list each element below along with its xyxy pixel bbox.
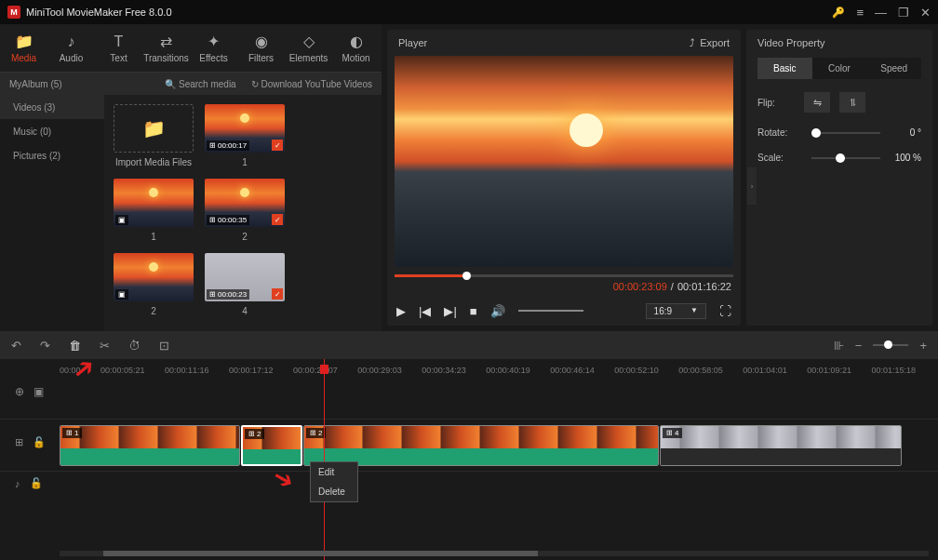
zoom-slider[interactable] [873, 344, 908, 346]
proptab-color[interactable]: Color [812, 58, 867, 79]
ctx-edit[interactable]: Edit [311, 462, 357, 482]
main-area: 📁Media ♪Audio TText ⇄Transitions ✦Effect… [0, 24, 938, 331]
video-track: ⊞🔓 ⊞ 1 ⊞ 2 ⊞ 2 ⊞ 4 [0, 419, 938, 471]
media-body: Videos (3) Music (0) Pictures (2) 📁 Impo… [0, 95, 382, 331]
scale-slider[interactable] [811, 157, 880, 159]
player-title: Player [398, 37, 427, 48]
volume-icon[interactable]: 🔊 [490, 304, 505, 318]
playhead[interactable] [324, 359, 325, 560]
media-item[interactable]: ⊞ 00:00:23✓4 [205, 253, 285, 316]
menu-icon[interactable]: ≡ [856, 6, 864, 20]
audio-icon: ♪ [68, 33, 75, 50]
maximize-button[interactable]: ❐ [898, 6, 909, 20]
key-icon[interactable]: 🔑 [832, 7, 845, 19]
crop-button[interactable]: ⊡ [159, 339, 169, 353]
tab-audio[interactable]: ♪Audio [47, 24, 95, 72]
elements-icon: ◇ [303, 33, 315, 50]
timeline-clip[interactable]: ⊞ 4 [660, 425, 902, 466]
lock-icon[interactable]: 🔓 [33, 436, 46, 448]
tab-media[interactable]: 📁Media [0, 24, 47, 72]
speed-button[interactable]: ⏱ [128, 339, 141, 353]
filters-icon: ◉ [255, 33, 268, 50]
flip-horizontal-button[interactable]: ⇋ [804, 92, 830, 113]
media-sidebar: Videos (3) Music (0) Pictures (2) [0, 95, 104, 331]
volume-slider[interactable] [518, 310, 583, 312]
check-icon: ✓ [272, 214, 283, 225]
expand-handle[interactable]: › [747, 167, 757, 205]
folder-icon: 📁 [15, 33, 34, 50]
import-media[interactable]: 📁 Import Media Files [114, 104, 194, 167]
fit-button[interactable]: ⊪ [834, 339, 844, 353]
lock-icon[interactable]: 🔓 [30, 477, 43, 489]
effects-icon: ✦ [208, 33, 220, 50]
timeline-ruler[interactable]: 00:0000:00:05:2100:00:11:1600:00:17:1200… [0, 359, 938, 381]
rotate-slider[interactable] [811, 132, 880, 134]
audio-track-icon[interactable]: ♪ [15, 478, 20, 489]
split-button[interactable]: ✂ [100, 339, 110, 353]
rotate-value: 0 ° [888, 127, 921, 138]
sidebar-item-videos[interactable]: Videos (3) [0, 95, 104, 119]
next-button[interactable]: ▶| [444, 304, 456, 318]
video-preview[interactable] [395, 56, 733, 267]
property-panel: Video Property Basic Color Speed Flip: ⇋… [746, 30, 932, 326]
timeline-clip[interactable]: ⊞ 2 [241, 425, 302, 466]
minimize-button[interactable]: — [875, 6, 887, 20]
tab-effects[interactable]: ✦Effects [190, 24, 237, 72]
stop-button[interactable]: ■ [470, 304, 477, 318]
proptab-speed[interactable]: Speed [866, 58, 921, 79]
sidebar-item-music[interactable]: Music (0) [0, 119, 104, 143]
property-title: Video Property [757, 37, 921, 48]
tab-motion[interactable]: ◐Motion [332, 24, 380, 72]
proptab-basic[interactable]: Basic [757, 58, 812, 79]
tab-text[interactable]: TText [95, 24, 142, 72]
player-progress[interactable] [395, 274, 733, 277]
undo-button[interactable]: ↶ [11, 339, 21, 353]
scale-value: 100 % [888, 153, 921, 163]
flip-vertical-button[interactable]: ⥮ [839, 92, 865, 113]
rotate-label: Rotate: [757, 127, 804, 138]
fullscreen-button[interactable]: ⛶ [719, 304, 731, 318]
image-icon: ▣ [115, 289, 128, 300]
transitions-icon: ⇄ [160, 33, 172, 50]
album-label[interactable]: MyAlbum (5) [9, 79, 62, 89]
close-button[interactable]: ✕ [920, 6, 931, 20]
video-icon: ⊞ 00:00:23 [207, 289, 249, 300]
horizontal-scrollbar[interactable] [60, 551, 929, 556]
delete-button[interactable]: 🗑 [69, 339, 81, 353]
prev-button[interactable]: |◀ [419, 304, 431, 318]
timeline-toolbar: ↶ ↷ 🗑 ✂ ⏱ ⊡ ⊪ − + [0, 331, 938, 359]
zoom-out[interactable]: − [855, 339, 863, 353]
timeline: ⊕▣ 00:0000:00:05:2100:00:11:1600:00:17:1… [0, 359, 938, 560]
video-icon: ⊞ 00:00:35 [207, 215, 249, 225]
video-icon: ⊞ 00:00:17 [207, 140, 249, 151]
play-button[interactable]: ▶ [396, 304, 406, 318]
add-track-icon[interactable]: ⊕ [15, 385, 24, 398]
media-item[interactable]: ▣1 [114, 179, 194, 242]
import-icon: 📁 [114, 104, 194, 153]
tab-filters[interactable]: ◉Filters [237, 24, 285, 72]
tab-elements[interactable]: ◇Elements [285, 24, 332, 72]
search-media[interactable]: 🔍 Search media [165, 79, 235, 89]
timeline-clip[interactable]: ⊞ 1 [60, 425, 240, 466]
context-menu: Edit Delete [310, 461, 358, 502]
time-current: 00:00:23:09 [613, 281, 667, 292]
time-total: 00:01:16:22 [677, 281, 731, 292]
timeline-clip[interactable]: ⊞ 2 [303, 425, 659, 466]
media-item[interactable]: ▣2 [114, 253, 194, 316]
redo-button[interactable]: ↷ [40, 339, 50, 353]
tab-transitions[interactable]: ⇄Transitions [142, 24, 190, 72]
media-item[interactable]: ⊞ 00:00:17✓1 [205, 104, 285, 167]
titlebar: M MiniTool MovieMaker Free 8.0.0 🔑 ≡ — ❐… [0, 0, 938, 24]
audio-track: ♪🔓 [0, 471, 938, 499]
app-title: MiniTool MovieMaker Free 8.0.0 [26, 7, 172, 18]
ctx-delete[interactable]: Delete [311, 482, 357, 501]
aspect-dropdown[interactable]: 16:9▼ [646, 303, 706, 319]
sidebar-item-pictures[interactable]: Pictures (2) [0, 143, 104, 167]
zoom-in[interactable]: + [919, 339, 927, 353]
top-tabs: 📁Media ♪Audio TText ⇄Transitions ✦Effect… [0, 24, 382, 73]
export-button[interactable]: ⤴Export [690, 37, 730, 48]
tracks-icon[interactable]: ▣ [34, 385, 44, 398]
download-youtube[interactable]: ↻ Download YouTube Videos [251, 79, 372, 89]
video-track-icon[interactable]: ⊞ [15, 436, 23, 448]
media-item[interactable]: ⊞ 00:00:35✓2 [205, 179, 285, 242]
